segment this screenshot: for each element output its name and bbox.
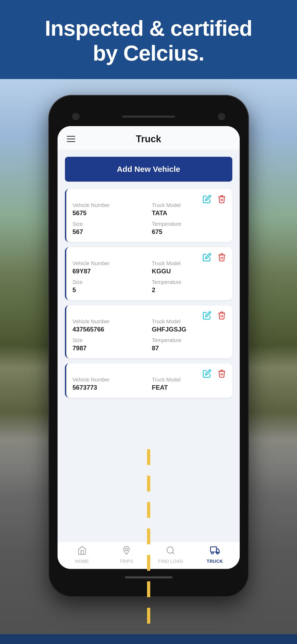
- svg-point-0: [125, 548, 128, 551]
- edit-button[interactable]: [202, 310, 212, 321]
- temperature-field: Temperature 87: [152, 337, 226, 352]
- phone-speaker: [122, 116, 175, 118]
- truck-model-value: FEAT: [152, 384, 226, 391]
- menu-line: [67, 136, 75, 137]
- vehicle-number-field: Vehicle Number 437565766: [73, 319, 147, 333]
- temperature-value: 2: [152, 286, 226, 294]
- size-field: Size 5: [73, 279, 147, 294]
- vehicle-number-field: Vehicle Number 69Y87: [73, 260, 147, 275]
- svg-rect-3: [210, 547, 216, 552]
- temperature-label: Temperature: [152, 279, 226, 285]
- home-icon: [77, 546, 87, 557]
- vehicle-number-value: 69Y87: [73, 268, 147, 275]
- vehicle-list: Vehicle Number 5675 Truck Model TATA Siz…: [65, 189, 232, 398]
- nav-home[interactable]: HOME: [69, 546, 95, 564]
- size-value: 7987: [73, 344, 147, 352]
- card-fields: Vehicle Number 5673773 Truck Model FEAT: [73, 377, 226, 391]
- truck-model-field: Truck Model GHFJGSJG: [152, 319, 226, 333]
- phone-top-bar: [58, 109, 240, 124]
- card-actions: [202, 194, 227, 204]
- nav-find-load[interactable]: FIND LOAD: [157, 546, 184, 564]
- header-banner: Inspected & certified by Celcius.: [0, 0, 297, 79]
- vehicle-number-label: Vehicle Number: [73, 319, 147, 325]
- edit-icon: [202, 311, 211, 320]
- vehicle-card: Vehicle Number 69Y87 Truck Model KGGU Si…: [65, 247, 232, 300]
- delete-icon: [217, 369, 226, 378]
- card-actions: [202, 368, 227, 379]
- card-actions: [202, 310, 227, 321]
- card-fields: Vehicle Number 437565766 Truck Model GHF…: [73, 319, 226, 352]
- card-fields: Vehicle Number 5675 Truck Model TATA Siz…: [73, 202, 226, 236]
- delete-button[interactable]: [216, 194, 227, 204]
- size-value: 567: [73, 228, 147, 236]
- phone-camera-right: [218, 113, 225, 120]
- vehicle-card: Vehicle Number 5675 Truck Model TATA Siz…: [65, 189, 232, 242]
- phone-screen: Truck Add New Vehicle: [58, 126, 240, 569]
- vehicle-card: Vehicle Number 5673773 Truck Model FEAT: [65, 364, 232, 398]
- home-label: HOME: [75, 559, 89, 564]
- delete-button[interactable]: [216, 310, 227, 321]
- app-header: Truck: [58, 126, 240, 150]
- app-title: Truck: [136, 134, 161, 145]
- vehicle-card: Vehicle Number 437565766 Truck Model GHF…: [65, 305, 232, 358]
- phone-camera-left: [72, 113, 79, 120]
- app-content: Add New Vehicle: [58, 150, 240, 542]
- vehicle-number-field: Vehicle Number 5675: [73, 202, 147, 217]
- menu-line: [67, 139, 75, 139]
- nav-truck[interactable]: TRUCK: [202, 546, 228, 564]
- edit-button[interactable]: [202, 252, 212, 263]
- size-label: Size: [73, 221, 147, 227]
- header-title: Inspected & certified by Celcius.: [21, 16, 276, 66]
- delete-icon: [217, 311, 226, 320]
- find-load-label: FIND LOAD: [158, 559, 183, 564]
- truck-model-field: Truck Model FEAT: [152, 377, 226, 391]
- edit-icon: [202, 369, 211, 378]
- temperature-label: Temperature: [152, 337, 226, 343]
- vehicle-number-label: Vehicle Number: [73, 260, 147, 266]
- truck-model-field: Truck Model TATA: [152, 202, 226, 217]
- temperature-field: Temperature 675: [152, 221, 226, 236]
- delete-button[interactable]: [216, 368, 227, 379]
- edit-icon: [202, 253, 211, 262]
- edit-button[interactable]: [202, 368, 212, 379]
- add-vehicle-button[interactable]: Add New Vehicle: [65, 157, 232, 182]
- temperature-field: Temperature 2: [152, 279, 226, 294]
- size-label: Size: [73, 337, 147, 343]
- size-field: Size 7987: [73, 337, 147, 352]
- vehicle-number-value: 5673773: [73, 384, 147, 391]
- vehicle-number-field: Vehicle Number 5673773: [73, 377, 147, 391]
- vehicle-number-label: Vehicle Number: [73, 202, 147, 208]
- size-label: Size: [73, 279, 147, 285]
- truck-label: TRUCK: [207, 559, 223, 564]
- temperature-value: 87: [152, 344, 226, 352]
- vehicle-number-value: 437565766: [73, 326, 147, 333]
- delete-icon: [217, 195, 226, 204]
- size-field: Size 567: [73, 221, 147, 236]
- temperature-value: 675: [152, 228, 226, 236]
- trips-icon: [122, 546, 131, 557]
- delete-icon: [217, 253, 226, 262]
- menu-line: [67, 141, 75, 142]
- road-background: Truck Add New Vehicle: [0, 79, 297, 634]
- svg-point-4: [211, 552, 213, 554]
- truck-model-value: GHFJGSJG: [152, 326, 226, 333]
- nav-trips[interactable]: TRIPS: [113, 546, 140, 564]
- card-fields: Vehicle Number 69Y87 Truck Model KGGU Si…: [73, 260, 226, 294]
- size-value: 5: [73, 286, 147, 294]
- edit-icon: [202, 195, 211, 204]
- bottom-nav: HOME TRIPS: [58, 542, 240, 569]
- phone-bottom: [58, 569, 240, 586]
- temperature-label: Temperature: [152, 221, 226, 227]
- truck-icon: [210, 546, 220, 557]
- menu-button[interactable]: [67, 136, 75, 142]
- edit-button[interactable]: [202, 194, 212, 204]
- card-actions: [202, 252, 227, 263]
- truck-model-value: KGGU: [152, 268, 226, 275]
- vehicle-number-value: 5675: [73, 209, 147, 217]
- svg-point-1: [167, 547, 173, 553]
- trips-label: TRIPS: [119, 559, 133, 564]
- find-load-icon: [166, 546, 175, 557]
- truck-model-value: TATA: [152, 209, 226, 217]
- svg-line-2: [172, 552, 174, 554]
- delete-button[interactable]: [216, 252, 227, 263]
